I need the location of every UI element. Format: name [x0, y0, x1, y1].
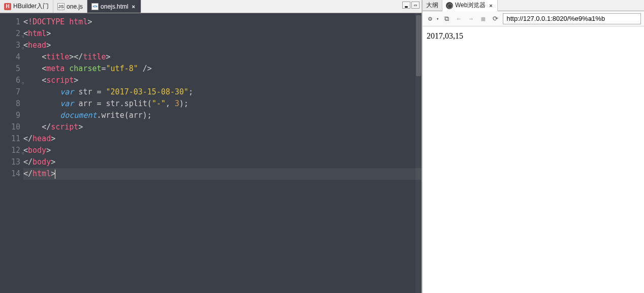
code-line[interactable]: <!DOCTYPE html>	[23, 16, 422, 28]
line-number: 10	[0, 121, 23, 133]
code-line[interactable]: <script>	[23, 75, 422, 86]
gear-dropdown-icon[interactable]: ▾	[436, 16, 439, 21]
tab-label: Web浏览器	[455, 1, 486, 10]
code-line[interactable]: var arr = str.split("-", 3);	[23, 98, 422, 110]
code-line[interactable]: document.write(arr);	[23, 110, 422, 121]
line-number: 9	[0, 110, 23, 121]
text-cursor	[55, 170, 55, 179]
line-number: 13	[0, 156, 23, 168]
window-controls: ▂ ▭	[402, 2, 420, 9]
code-line[interactable]: </html>	[23, 168, 422, 180]
tab-label: one.js	[67, 3, 83, 10]
close-icon[interactable]: ×	[131, 4, 137, 10]
line-number: 3▫	[0, 40, 23, 51]
scrollbar-thumb[interactable]	[416, 15, 421, 76]
code-line[interactable]: <meta charset="utf-8" />	[23, 63, 422, 75]
line-number: 14	[0, 168, 23, 180]
line-number: 12▫	[0, 145, 23, 156]
hbuilder-icon: H	[4, 3, 11, 10]
minimize-button[interactable]: ▂	[402, 2, 410, 9]
code-line[interactable]: <head>	[23, 40, 422, 51]
code-line[interactable]: </body>	[23, 156, 422, 168]
line-number: 8	[0, 98, 23, 110]
line-number: 4	[0, 51, 23, 63]
code-line[interactable]: var str = "2017-03-15-08-30";	[23, 86, 422, 98]
console-icon[interactable]: ⧉	[442, 14, 451, 23]
gear-icon[interactable]: ⚙	[426, 14, 435, 23]
code-line[interactable]: <html>	[23, 28, 422, 40]
close-icon[interactable]: ×	[488, 3, 494, 9]
code-line[interactable]: <title></title>	[23, 51, 422, 63]
globe-icon	[446, 2, 453, 9]
page-output: 2017,03,15	[427, 31, 463, 40]
line-number: 7	[0, 86, 23, 98]
tab-hbuilder-intro[interactable]: H HBuilder入门	[0, 0, 53, 13]
code-area[interactable]: <!DOCTYPE html><html><head> <title></tit…	[23, 13, 422, 293]
tab-label: 大纲	[426, 1, 438, 10]
browser-toolbar: ⚙ ▾ ⧉ ← → ■ ⟳	[423, 11, 644, 26]
js-file-icon: JS	[57, 3, 65, 10]
url-input[interactable]	[503, 13, 641, 24]
maximize-button[interactable]: ▭	[411, 2, 420, 9]
tab-onejs[interactable]: JS one.js	[53, 0, 87, 13]
line-number: 5	[0, 63, 23, 75]
back-button[interactable]: ←	[454, 14, 463, 23]
right-panel: 大纲 Web浏览器 × ⚙ ▾ ⧉ ← → ■ ⟳ 2017,03,15	[423, 0, 644, 293]
forward-button[interactable]: →	[466, 14, 475, 23]
browser-viewport: 2017,03,15	[423, 26, 644, 293]
code-line[interactable]: </head>	[23, 133, 422, 145]
line-number: 2▫	[0, 28, 23, 40]
tab-label: HBuilder入门	[13, 2, 49, 11]
right-tabs: 大纲 Web浏览器 ×	[423, 0, 644, 11]
refresh-button[interactable]: ⟳	[491, 14, 500, 23]
editor-panel: H HBuilder入门 JS one.js <> onejs.html × ▂…	[0, 0, 423, 293]
code-line[interactable]: </script>	[23, 121, 422, 133]
tab-onejs-html[interactable]: <> onejs.html ×	[87, 0, 141, 13]
code-editor[interactable]: 12▫3▫456▫789101112▫1314 <!DOCTYPE html><…	[0, 13, 422, 293]
line-gutter: 12▫3▫456▫789101112▫1314	[0, 13, 23, 293]
stop-button[interactable]: ■	[478, 14, 488, 23]
tab-outline[interactable]: 大纲	[423, 0, 442, 11]
html-file-icon: <>	[91, 3, 99, 10]
line-number: 11	[0, 133, 23, 145]
tab-web-browser[interactable]: Web浏览器 ×	[442, 0, 498, 11]
editor-tabs: H HBuilder入门 JS one.js <> onejs.html × ▂…	[0, 0, 422, 13]
tab-label: onejs.html	[101, 3, 128, 10]
line-number: 6▫	[0, 75, 23, 86]
code-line[interactable]: <body>	[23, 145, 422, 156]
line-number: 1	[0, 16, 23, 28]
scrollbar-track	[415, 13, 422, 293]
